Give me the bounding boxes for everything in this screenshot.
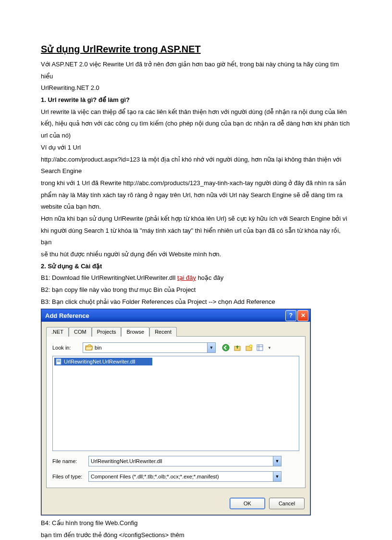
step-b2: B2: bạn copy file này vào trong thư mục … [41,284,351,296]
views-dropdown-icon[interactable]: ▼ [268,346,271,350]
add-reference-dialog: Add Reference ? ✕ .NET COM Projects Brow… [41,309,311,515]
file-list-item-selected[interactable]: UrlRewritingNet.UrlRewriter.dll [54,358,152,365]
file-list[interactable]: UrlRewritingNet.UrlRewriter.dll [52,356,299,451]
step-b1-pre: B1: Download file UrlRewritingNet.UrlRew… [41,274,177,281]
intro-line-2: UrlRewriting.NET 2.0 [41,82,351,94]
tab-panel-browse: Look in: bin ▼ [46,337,306,488]
para-4c: website của bạn hơn. [41,201,351,213]
filetype-value: Component Files (*.dll;*.tlb;*.olb;*.ocx… [89,472,273,481]
para-5a: Hơn nữa khi bạn sử dụng UrlRewrite (phải… [41,213,351,225]
para-2: Ví dụ với 1 Url [41,142,351,154]
svg-rect-8 [57,360,60,361]
views-icon[interactable] [256,343,265,352]
para-1b: kết), hiệu quả hơn với các công cụ tìm k… [41,118,351,130]
dialog-title: Add Reference [45,312,89,319]
help-icon[interactable]: ? [285,310,296,321]
tab-com[interactable]: COM [69,327,92,337]
step-b1-post: hoặc đây [196,274,223,281]
step-b3: B3: Bạn click chuột phải vào Folder Refe… [41,296,351,308]
para-5c: sẽ thu hút được nhiều người sử dụng đến … [41,249,351,261]
chevron-down-icon[interactable]: ▼ [207,343,215,352]
chevron-down-icon[interactable]: ▼ [273,472,281,481]
step-b4: B4: Cấu hình trong file Web.Config [41,517,351,529]
filename-input[interactable]: UrlRewritingNet.UrlRewriter.dll ▼ [88,456,282,466]
svg-rect-4 [257,345,263,351]
new-folder-icon[interactable] [245,343,253,352]
para-3a: http://abc.com/product.aspx?id=123 là mộ… [41,154,351,166]
file-list-item-label: UrlRewritingNet.UrlRewriter.dll [64,359,135,364]
ok-button[interactable]: OK [230,498,265,509]
svg-rect-9 [57,361,60,362]
lookin-value: bin [95,345,207,351]
para-5b: khi người dùng Search 1 từ khóa là "máy … [41,225,351,249]
tab-dotnet[interactable]: .NET [46,327,69,337]
cancel-button[interactable]: Cancel [269,498,305,509]
svg-point-3 [249,345,252,348]
heading-2: 2. Sử dụng & Cài đặt [41,261,351,273]
up-folder-icon[interactable] [233,343,242,352]
dll-file-icon [55,358,62,365]
intro-line-1: Với ASP.NET 2.0 việc Rewrite Url đã trở … [41,59,351,82]
filetype-select[interactable]: Component Files (*.dll;*.tlb;*.olb;*.ocx… [88,471,282,482]
lookin-label: Look in: [52,345,79,351]
filename-label: File name: [52,458,88,464]
svg-point-0 [222,344,229,351]
heading-1: 1. Url rewrite là gì? để làm gì? [41,94,351,106]
para-1a: Url rewrite là việc can thiệp để tạo ra … [41,106,351,118]
para-1c: url của nó) [41,130,351,142]
download-link[interactable]: tại đây [177,274,196,281]
para-4b: phẩm này là Máy tính xách tay rõ ràng ở … [41,189,351,201]
tab-browse[interactable]: Browse [121,327,149,337]
page-title: Sử dụng UrlRewrite trong ASP.NET [41,43,351,55]
para-4a: trong khi với 1 Url đã Rewrite http://ab… [41,177,351,189]
close-icon[interactable]: ✕ [297,310,308,321]
back-icon[interactable] [221,343,230,352]
lookin-combo[interactable]: bin ▼ [83,342,216,353]
chevron-down-icon[interactable]: ▼ [273,456,281,466]
tab-recent[interactable]: Recent [149,327,177,337]
para-3b: Search Engine [41,165,351,177]
tab-projects[interactable]: Projects [92,327,122,337]
step-b1: B1: Download file UrlRewritingNet.UrlRew… [41,272,351,284]
dialog-titlebar[interactable]: Add Reference ? ✕ [41,309,310,322]
dialog-tabs: .NET COM Projects Browse Recent [46,327,306,337]
filetype-label: Files of type: [52,474,88,479]
step-b5: bạn tìm đến trước thẻ đóng </configSecti… [41,529,351,540]
filename-value: UrlRewritingNet.UrlRewriter.dll [89,456,273,466]
folder-open-icon [85,344,93,351]
